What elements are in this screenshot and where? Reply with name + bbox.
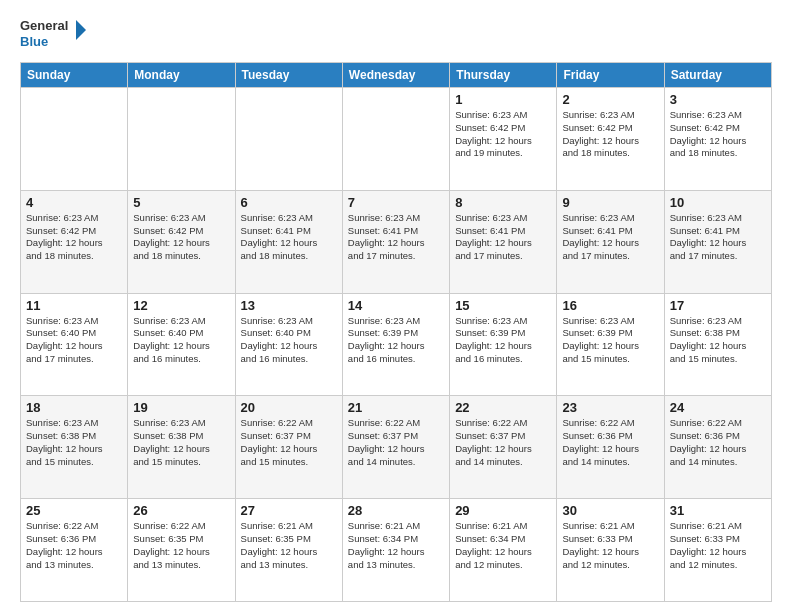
day-info: Sunrise: 6:23 AMSunset: 6:40 PMDaylight:… bbox=[133, 315, 229, 366]
day-number: 1 bbox=[455, 92, 551, 107]
day-info: Sunrise: 6:23 AMSunset: 6:38 PMDaylight:… bbox=[133, 417, 229, 468]
day-info: Sunrise: 6:23 AMSunset: 6:40 PMDaylight:… bbox=[26, 315, 122, 366]
day-number: 16 bbox=[562, 298, 658, 313]
day-cell-5: 5Sunrise: 6:23 AMSunset: 6:42 PMDaylight… bbox=[128, 190, 235, 293]
day-cell-30: 30Sunrise: 6:21 AMSunset: 6:33 PMDayligh… bbox=[557, 499, 664, 602]
header-day-thursday: Thursday bbox=[450, 63, 557, 88]
day-cell-14: 14Sunrise: 6:23 AMSunset: 6:39 PMDayligh… bbox=[342, 293, 449, 396]
week-row-5: 25Sunrise: 6:22 AMSunset: 6:36 PMDayligh… bbox=[21, 499, 772, 602]
day-cell-29: 29Sunrise: 6:21 AMSunset: 6:34 PMDayligh… bbox=[450, 499, 557, 602]
day-cell-9: 9Sunrise: 6:23 AMSunset: 6:41 PMDaylight… bbox=[557, 190, 664, 293]
day-info: Sunrise: 6:21 AMSunset: 6:33 PMDaylight:… bbox=[670, 520, 766, 571]
header-day-tuesday: Tuesday bbox=[235, 63, 342, 88]
day-info: Sunrise: 6:21 AMSunset: 6:33 PMDaylight:… bbox=[562, 520, 658, 571]
day-number: 25 bbox=[26, 503, 122, 518]
day-cell-16: 16Sunrise: 6:23 AMSunset: 6:39 PMDayligh… bbox=[557, 293, 664, 396]
day-cell-27: 27Sunrise: 6:21 AMSunset: 6:35 PMDayligh… bbox=[235, 499, 342, 602]
empty-cell bbox=[21, 88, 128, 191]
day-number: 2 bbox=[562, 92, 658, 107]
svg-marker-2 bbox=[76, 20, 86, 40]
empty-cell bbox=[342, 88, 449, 191]
day-cell-21: 21Sunrise: 6:22 AMSunset: 6:37 PMDayligh… bbox=[342, 396, 449, 499]
day-number: 8 bbox=[455, 195, 551, 210]
week-row-1: 1Sunrise: 6:23 AMSunset: 6:42 PMDaylight… bbox=[21, 88, 772, 191]
day-number: 4 bbox=[26, 195, 122, 210]
day-cell-22: 22Sunrise: 6:22 AMSunset: 6:37 PMDayligh… bbox=[450, 396, 557, 499]
day-number: 22 bbox=[455, 400, 551, 415]
day-cell-25: 25Sunrise: 6:22 AMSunset: 6:36 PMDayligh… bbox=[21, 499, 128, 602]
day-info: Sunrise: 6:22 AMSunset: 6:37 PMDaylight:… bbox=[348, 417, 444, 468]
empty-cell bbox=[128, 88, 235, 191]
header-day-monday: Monday bbox=[128, 63, 235, 88]
week-row-2: 4Sunrise: 6:23 AMSunset: 6:42 PMDaylight… bbox=[21, 190, 772, 293]
day-cell-18: 18Sunrise: 6:23 AMSunset: 6:38 PMDayligh… bbox=[21, 396, 128, 499]
day-number: 12 bbox=[133, 298, 229, 313]
day-number: 24 bbox=[670, 400, 766, 415]
day-number: 13 bbox=[241, 298, 337, 313]
day-number: 31 bbox=[670, 503, 766, 518]
day-cell-12: 12Sunrise: 6:23 AMSunset: 6:40 PMDayligh… bbox=[128, 293, 235, 396]
logo: General Blue bbox=[20, 16, 90, 52]
day-info: Sunrise: 6:22 AMSunset: 6:37 PMDaylight:… bbox=[241, 417, 337, 468]
logo-svg: General Blue bbox=[20, 16, 90, 52]
day-info: Sunrise: 6:22 AMSunset: 6:36 PMDaylight:… bbox=[26, 520, 122, 571]
header-day-wednesday: Wednesday bbox=[342, 63, 449, 88]
day-info: Sunrise: 6:22 AMSunset: 6:36 PMDaylight:… bbox=[562, 417, 658, 468]
week-row-3: 11Sunrise: 6:23 AMSunset: 6:40 PMDayligh… bbox=[21, 293, 772, 396]
day-info: Sunrise: 6:21 AMSunset: 6:35 PMDaylight:… bbox=[241, 520, 337, 571]
day-info: Sunrise: 6:23 AMSunset: 6:40 PMDaylight:… bbox=[241, 315, 337, 366]
day-number: 28 bbox=[348, 503, 444, 518]
day-info: Sunrise: 6:23 AMSunset: 6:38 PMDaylight:… bbox=[26, 417, 122, 468]
day-info: Sunrise: 6:23 AMSunset: 6:39 PMDaylight:… bbox=[455, 315, 551, 366]
day-number: 30 bbox=[562, 503, 658, 518]
day-cell-8: 8Sunrise: 6:23 AMSunset: 6:41 PMDaylight… bbox=[450, 190, 557, 293]
day-info: Sunrise: 6:23 AMSunset: 6:42 PMDaylight:… bbox=[455, 109, 551, 160]
day-cell-19: 19Sunrise: 6:23 AMSunset: 6:38 PMDayligh… bbox=[128, 396, 235, 499]
day-number: 7 bbox=[348, 195, 444, 210]
day-cell-1: 1Sunrise: 6:23 AMSunset: 6:42 PMDaylight… bbox=[450, 88, 557, 191]
day-cell-17: 17Sunrise: 6:23 AMSunset: 6:38 PMDayligh… bbox=[664, 293, 771, 396]
day-cell-4: 4Sunrise: 6:23 AMSunset: 6:42 PMDaylight… bbox=[21, 190, 128, 293]
day-cell-26: 26Sunrise: 6:22 AMSunset: 6:35 PMDayligh… bbox=[128, 499, 235, 602]
calendar-table: SundayMondayTuesdayWednesdayThursdayFrid… bbox=[20, 62, 772, 602]
day-cell-24: 24Sunrise: 6:22 AMSunset: 6:36 PMDayligh… bbox=[664, 396, 771, 499]
day-info: Sunrise: 6:23 AMSunset: 6:39 PMDaylight:… bbox=[562, 315, 658, 366]
day-cell-13: 13Sunrise: 6:23 AMSunset: 6:40 PMDayligh… bbox=[235, 293, 342, 396]
day-info: Sunrise: 6:23 AMSunset: 6:41 PMDaylight:… bbox=[455, 212, 551, 263]
day-info: Sunrise: 6:23 AMSunset: 6:42 PMDaylight:… bbox=[670, 109, 766, 160]
day-cell-3: 3Sunrise: 6:23 AMSunset: 6:42 PMDaylight… bbox=[664, 88, 771, 191]
day-number: 21 bbox=[348, 400, 444, 415]
day-info: Sunrise: 6:23 AMSunset: 6:39 PMDaylight:… bbox=[348, 315, 444, 366]
header-day-friday: Friday bbox=[557, 63, 664, 88]
svg-text:Blue: Blue bbox=[20, 34, 48, 49]
header-day-saturday: Saturday bbox=[664, 63, 771, 88]
day-info: Sunrise: 6:22 AMSunset: 6:37 PMDaylight:… bbox=[455, 417, 551, 468]
day-info: Sunrise: 6:23 AMSunset: 6:41 PMDaylight:… bbox=[562, 212, 658, 263]
day-cell-10: 10Sunrise: 6:23 AMSunset: 6:41 PMDayligh… bbox=[664, 190, 771, 293]
day-number: 23 bbox=[562, 400, 658, 415]
day-info: Sunrise: 6:21 AMSunset: 6:34 PMDaylight:… bbox=[348, 520, 444, 571]
header-day-sunday: Sunday bbox=[21, 63, 128, 88]
calendar-header-row: SundayMondayTuesdayWednesdayThursdayFrid… bbox=[21, 63, 772, 88]
day-cell-7: 7Sunrise: 6:23 AMSunset: 6:41 PMDaylight… bbox=[342, 190, 449, 293]
day-info: Sunrise: 6:22 AMSunset: 6:35 PMDaylight:… bbox=[133, 520, 229, 571]
day-cell-31: 31Sunrise: 6:21 AMSunset: 6:33 PMDayligh… bbox=[664, 499, 771, 602]
day-number: 9 bbox=[562, 195, 658, 210]
day-cell-15: 15Sunrise: 6:23 AMSunset: 6:39 PMDayligh… bbox=[450, 293, 557, 396]
day-number: 15 bbox=[455, 298, 551, 313]
day-info: Sunrise: 6:23 AMSunset: 6:42 PMDaylight:… bbox=[133, 212, 229, 263]
day-number: 10 bbox=[670, 195, 766, 210]
day-number: 27 bbox=[241, 503, 337, 518]
day-number: 3 bbox=[670, 92, 766, 107]
day-info: Sunrise: 6:23 AMSunset: 6:38 PMDaylight:… bbox=[670, 315, 766, 366]
day-number: 5 bbox=[133, 195, 229, 210]
day-number: 18 bbox=[26, 400, 122, 415]
day-number: 14 bbox=[348, 298, 444, 313]
day-info: Sunrise: 6:23 AMSunset: 6:42 PMDaylight:… bbox=[26, 212, 122, 263]
day-cell-2: 2Sunrise: 6:23 AMSunset: 6:42 PMDaylight… bbox=[557, 88, 664, 191]
day-info: Sunrise: 6:22 AMSunset: 6:36 PMDaylight:… bbox=[670, 417, 766, 468]
day-cell-28: 28Sunrise: 6:21 AMSunset: 6:34 PMDayligh… bbox=[342, 499, 449, 602]
day-cell-20: 20Sunrise: 6:22 AMSunset: 6:37 PMDayligh… bbox=[235, 396, 342, 499]
day-number: 20 bbox=[241, 400, 337, 415]
day-cell-6: 6Sunrise: 6:23 AMSunset: 6:41 PMDaylight… bbox=[235, 190, 342, 293]
